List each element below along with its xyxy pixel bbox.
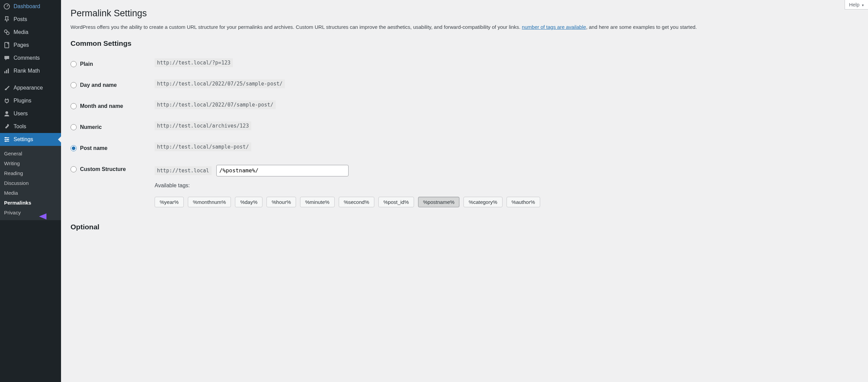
svg-rect-6	[8, 69, 9, 73]
radio-custom[interactable]	[71, 166, 77, 172]
example-postname: http://test.local/sample-post/	[155, 142, 251, 151]
tag-day[interactable]: %day%	[235, 197, 262, 207]
svg-rect-3	[5, 42, 9, 48]
menu-appearance[interactable]: Appearance	[0, 81, 61, 94]
common-settings-heading: Common Settings	[71, 35, 861, 54]
menu-users[interactable]: Users	[0, 107, 61, 120]
tag-year[interactable]: %year%	[155, 197, 184, 207]
tag-author[interactable]: %author%	[507, 197, 540, 207]
menu-posts-label: Posts	[14, 16, 27, 22]
menu-dashboard[interactable]: Dashboard	[0, 0, 61, 13]
submenu-reading[interactable]: Reading	[0, 168, 61, 178]
menu-rankmath[interactable]: Rank Math	[0, 64, 61, 77]
optional-heading: Optional	[71, 213, 861, 231]
submenu-privacy[interactable]: Privacy	[0, 208, 61, 217]
svg-rect-5	[6, 70, 7, 73]
page-icon	[3, 42, 10, 49]
menu-comments[interactable]: Comments	[0, 52, 61, 64]
option-dayname[interactable]: Day and name	[71, 82, 151, 88]
svg-point-8	[5, 137, 6, 138]
menu-settings[interactable]: Settings	[0, 133, 61, 146]
media-icon	[3, 29, 10, 36]
radio-monthname[interactable]	[71, 103, 77, 109]
menu-media-label: Media	[14, 29, 28, 35]
radio-numeric[interactable]	[71, 124, 77, 130]
menu-dashboard-label: Dashboard	[14, 3, 40, 9]
admin-sidebar: Dashboard Posts Media Pages Comments Ran…	[0, 0, 61, 382]
menu-plugins[interactable]: Plugins	[0, 94, 61, 107]
option-plain[interactable]: Plain	[71, 61, 151, 67]
tags-available-link[interactable]: number of tags are available	[522, 24, 586, 30]
help-tab[interactable]: Help ▾	[845, 0, 868, 9]
menu-separator	[0, 77, 61, 81]
submenu-writing[interactable]: Writing	[0, 158, 61, 168]
wrench-icon	[3, 123, 10, 130]
submenu-media[interactable]: Media	[0, 188, 61, 198]
main-content: Permalink Settings WordPress offers you …	[68, 0, 868, 238]
user-icon	[3, 110, 10, 117]
option-custom[interactable]: Custom Structure	[71, 166, 151, 172]
svg-point-2	[6, 32, 9, 35]
example-dayname: http://test.local/2022/07/25/sample-post…	[155, 79, 285, 88]
dashboard-icon	[3, 3, 10, 10]
tag-category[interactable]: %category%	[463, 197, 502, 207]
tag-minute[interactable]: %minute%	[300, 197, 335, 207]
menu-posts[interactable]: Posts	[0, 13, 61, 26]
tag-hour[interactable]: %hour%	[267, 197, 296, 207]
option-postname[interactable]: Post name	[71, 145, 151, 151]
option-numeric[interactable]: Numeric	[71, 124, 151, 130]
chart-icon	[3, 68, 10, 74]
example-numeric: http://test.local/archives/123	[155, 121, 251, 130]
radio-dayname[interactable]	[71, 82, 77, 88]
page-title: Permalink Settings	[71, 4, 861, 21]
menu-tools-label: Tools	[14, 123, 26, 130]
submenu-general[interactable]: General	[0, 149, 61, 158]
example-custom-base: http://test.local	[155, 166, 212, 175]
menu-pages-label: Pages	[14, 42, 29, 48]
settings-submenu: General Writing Reading Discussion Media…	[0, 146, 61, 220]
brush-icon	[3, 84, 10, 91]
available-tags-label: Available tags:	[155, 183, 858, 189]
intro-text: WordPress offers you the ability to crea…	[71, 21, 861, 35]
menu-tools[interactable]: Tools	[0, 120, 61, 133]
example-plain: http://test.local/?p=123	[155, 58, 233, 67]
tag-postid[interactable]: %post_id%	[378, 197, 414, 207]
tag-postname[interactable]: %postname%	[418, 197, 460, 207]
plug-icon	[3, 97, 10, 104]
menu-settings-label: Settings	[14, 136, 33, 142]
custom-structure-input[interactable]	[216, 165, 349, 176]
menu-rankmath-label: Rank Math	[14, 68, 40, 74]
tag-monthnum[interactable]: %monthnum%	[188, 197, 231, 207]
permalink-options-table: Plain http://test.local/?p=123 Day and n…	[71, 54, 861, 213]
svg-point-9	[7, 139, 8, 140]
radio-postname[interactable]	[71, 145, 77, 151]
chevron-down-icon: ▾	[861, 3, 864, 7]
tag-buttons: %year% %monthnum% %day% %hour% %minute% …	[155, 197, 858, 207]
menu-media[interactable]: Media	[0, 26, 61, 39]
svg-point-10	[5, 140, 6, 142]
menu-users-label: Users	[14, 111, 28, 117]
svg-point-7	[5, 111, 8, 114]
sliders-icon	[3, 136, 10, 143]
menu-plugins-label: Plugins	[14, 98, 31, 104]
radio-plain[interactable]	[71, 61, 77, 67]
comment-icon	[3, 55, 10, 61]
menu-comments-label: Comments	[14, 55, 40, 61]
option-monthname[interactable]: Month and name	[71, 103, 151, 109]
example-monthname: http://test.local/2022/07/sample-post/	[155, 100, 276, 109]
submenu-permalinks[interactable]: Permalinks	[0, 198, 61, 208]
tag-second[interactable]: %second%	[339, 197, 374, 207]
svg-rect-4	[4, 71, 5, 73]
submenu-discussion[interactable]: Discussion	[0, 178, 61, 188]
menu-pages[interactable]: Pages	[0, 39, 61, 52]
menu-appearance-label: Appearance	[14, 85, 43, 91]
pin-icon	[3, 16, 10, 23]
